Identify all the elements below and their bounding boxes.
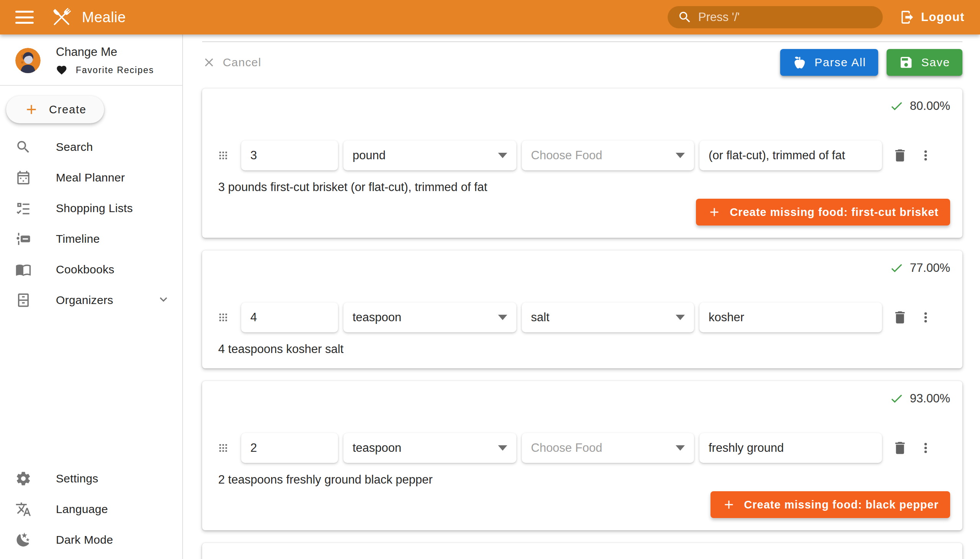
sidebar-item-language[interactable]: Language [0,494,182,524]
translate-icon [15,501,31,517]
sidebar-item-label: Organizers [56,294,113,307]
confidence-value: 77.00% [910,261,950,275]
menu-icon[interactable] [15,11,34,24]
ingredient-fields-row: teaspoon Choose Food [214,433,950,463]
create-missing-food-label: Create missing food: black pepper [744,498,939,511]
check-icon [889,261,904,275]
save-button[interactable]: Save [887,49,962,76]
note-value[interactable] [709,311,873,324]
drag-grid-icon [217,312,229,323]
create-missing-food-button[interactable]: Create missing food: black pepper [711,491,950,518]
note-value[interactable] [709,149,873,162]
parse-all-button[interactable]: Parse All [780,49,879,76]
favorites-label: Favorite Recipes [76,65,154,75]
moon-icon [15,532,31,548]
more-options-button[interactable] [918,148,933,163]
chevron-down-icon [676,315,685,320]
original-ingredient-text: 3 pounds first-cut brisket (or flat-cut)… [218,180,950,194]
drag-handle[interactable] [214,442,232,454]
quantity-input[interactable] [241,303,338,332]
sidebar-item-settings[interactable]: Settings [0,463,182,494]
food-select[interactable]: Choose Food [522,433,694,463]
organizers-icon [15,292,31,308]
sidebar-item-label: Cookbooks [56,263,114,276]
kebab-icon [918,310,933,325]
sidebar-item-cookbooks[interactable]: Cookbooks [0,254,182,285]
unit-select[interactable]: pound [344,141,516,170]
note-input[interactable] [699,433,882,463]
gear-icon [15,471,31,487]
unit-select[interactable]: teaspoon [344,303,516,332]
main-content: Cancel Parse All Save 80.00% [183,35,980,559]
unit-select[interactable]: teaspoon [344,433,516,463]
apple-icon [792,55,807,70]
kebab-icon [918,440,933,456]
check-icon [889,391,904,406]
create-button[interactable]: Create [6,96,104,123]
confidence-value: 93.00% [910,392,950,405]
ingredient-card: 80.00% pound Choose Food [202,88,962,238]
sidebar-item-shopping-lists[interactable]: Shopping Lists [0,193,182,223]
avatar[interactable] [15,48,41,73]
food-select[interactable]: Choose Food [522,141,694,170]
more-options-button[interactable] [918,440,933,456]
app-bar: Mealie Logout [0,0,980,35]
delete-ingredient-button[interactable] [892,147,908,164]
sidebar-bottom-nav: Settings Language Dark Mode [0,463,182,559]
quantity-input[interactable] [241,141,338,170]
silverware-logo-icon [49,5,74,30]
ingredient-parser-page: Mealie Logout [0,0,980,559]
food-placeholder: Choose Food [531,441,602,455]
save-icon [899,55,913,70]
trash-icon [892,309,908,326]
create-missing-food-button[interactable]: Create missing food: first-cut brisket [696,199,950,225]
quantity-input[interactable] [241,433,338,463]
quantity-value[interactable] [250,311,329,324]
note-input[interactable] [699,141,882,170]
more-options-button[interactable] [918,310,933,325]
delete-ingredient-button[interactable] [892,309,908,326]
book-icon [15,261,31,278]
delete-ingredient-button[interactable] [892,440,908,456]
unit-value: teaspoon [352,441,402,455]
cancel-button[interactable]: Cancel [202,56,261,69]
food-value: salt [531,311,549,324]
global-search[interactable] [668,6,883,28]
logout-button[interactable]: Logout [900,10,965,25]
food-select[interactable]: salt [522,303,694,332]
quantity-value[interactable] [250,149,329,162]
plus-icon [707,205,721,219]
drag-handle[interactable] [214,312,232,323]
sidebar: Change Me Favorite Recipes Create Search [0,35,183,559]
search-icon [678,10,692,25]
chevron-down-icon [498,445,507,451]
sidebar-item-timeline[interactable]: Timeline [0,223,182,254]
favorite-recipes-link[interactable]: Favorite Recipes [56,64,154,76]
sidebar-item-label: Meal Planner [56,171,125,184]
note-input[interactable] [699,303,882,332]
drag-handle[interactable] [214,150,232,161]
parse-all-label: Parse All [815,56,866,69]
chevron-down-icon [498,315,507,320]
drag-grid-icon [217,442,229,454]
kebab-icon [918,148,933,163]
note-value[interactable] [709,441,873,455]
drag-grid-icon [217,150,229,161]
sidebar-item-organizers[interactable]: Organizers [0,285,182,316]
sidebar-item-meal-planner[interactable]: Meal Planner [0,162,182,193]
sidebar-item-dark-mode[interactable]: Dark Mode [0,524,182,555]
scrolled-card-edge [202,35,962,42]
chevron-down-icon [676,445,685,451]
timeline-icon [15,231,31,247]
quantity-value[interactable] [250,441,329,455]
sidebar-item-search[interactable]: Search [0,132,182,162]
confidence-badge: 77.00% [214,260,950,276]
chevron-down-icon [156,292,171,308]
confidence-value: 80.00% [910,99,950,113]
chevron-down-icon [498,153,507,158]
sidebar-item-label: Search [56,141,93,154]
plus-icon [722,498,736,511]
user-name: Change Me [56,45,154,59]
search-input[interactable] [698,10,873,24]
trash-icon [892,440,908,456]
